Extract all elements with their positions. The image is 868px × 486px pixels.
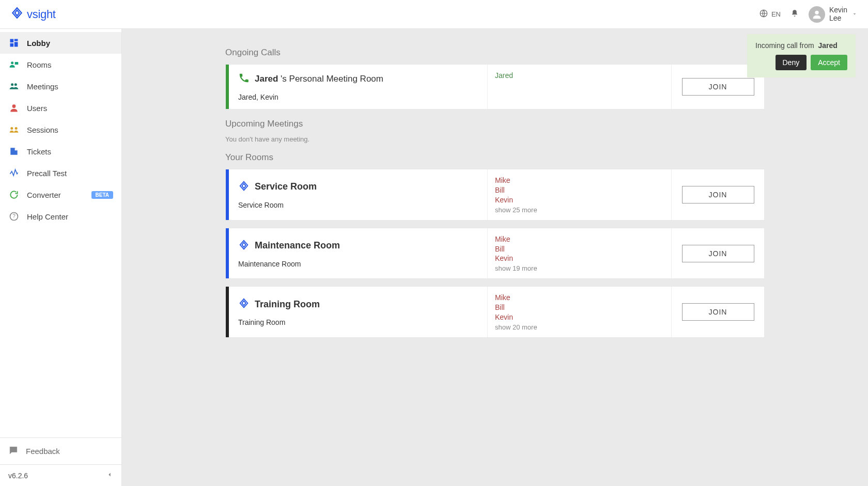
sidebar-item-label: Converter <box>27 191 61 199</box>
help-icon: ? <box>8 211 20 222</box>
sidebar: Lobby Rooms Meetings Users Sessions Tick… <box>0 29 122 486</box>
deny-button[interactable]: Deny <box>776 55 807 70</box>
card-title-row: Jared 's Personal Meeting Room <box>238 72 478 86</box>
card-title-column: Maintenance Room Maintenance Room <box>229 228 487 279</box>
svg-rect-4 <box>14 42 18 46</box>
topbar-right: EN Kevin Lee <box>759 6 858 23</box>
participant-name: Mike <box>495 293 664 303</box>
toast-actions: Deny Accept <box>755 55 847 70</box>
room-subtitle: Training Room <box>238 318 478 326</box>
card-action-column: JOIN <box>671 287 764 337</box>
card-people-column: Jared <box>487 65 671 109</box>
join-button[interactable]: JOIN <box>682 78 754 96</box>
room-name: Service Room <box>255 181 317 192</box>
sidebar-item-label: Lobby <box>27 39 50 48</box>
incoming-call-toast: Incoming call from Jared Deny Accept <box>747 34 856 77</box>
sidebar-item-label: Help Center <box>27 212 68 221</box>
room-subtitle: Maintenance Room <box>238 260 478 268</box>
globe-icon <box>759 9 768 20</box>
join-button[interactable]: JOIN <box>682 186 754 203</box>
meetings-icon <box>8 81 20 92</box>
language-code: EN <box>771 10 781 18</box>
sidebar-footer: Feedback v6.2.6 <box>0 437 121 486</box>
section-title-ongoing: Ongoing Calls <box>225 48 765 58</box>
user-icon <box>8 102 20 114</box>
sidebar-item-precall[interactable]: Precall Test <box>0 162 121 184</box>
join-button[interactable]: JOIN <box>682 245 754 262</box>
sidebar-item-meetings[interactable]: Meetings <box>0 75 121 97</box>
main-content: Ongoing Calls Jared 's Personal Meeting … <box>122 29 868 486</box>
svg-rect-7 <box>15 62 19 65</box>
room-card: Service Room Service Room Mike Bill Kevi… <box>225 169 765 221</box>
sidebar-item-feedback[interactable]: Feedback <box>0 438 121 464</box>
card-action-column: JOIN <box>671 228 764 279</box>
feedback-icon <box>8 445 19 457</box>
svg-rect-5 <box>10 43 14 47</box>
sidebar-item-label: Users <box>27 104 47 113</box>
card-people-column: Mike Bill Kevin show 19 more <box>487 228 671 279</box>
section-title-rooms: Your Rooms <box>225 152 765 163</box>
participant-name: Mike <box>495 176 664 185</box>
svg-point-8 <box>11 83 13 86</box>
svg-point-12 <box>15 127 18 130</box>
brand-logo-icon <box>10 6 24 23</box>
dashboard-icon <box>8 37 20 49</box>
sidebar-item-label: Sessions <box>27 126 58 134</box>
sidebar-item-rooms[interactable]: Rooms <box>0 54 121 75</box>
user-name: Kevin Lee <box>829 6 847 22</box>
show-more-link[interactable]: show 19 more <box>495 264 664 272</box>
sidebar-item-converter[interactable]: Converter BETA <box>0 184 121 206</box>
participant-name: Bill <box>495 244 664 254</box>
join-button[interactable]: JOIN <box>682 303 754 321</box>
upcoming-empty-note: You don't have any meeting. <box>225 135 765 143</box>
notifications-icon[interactable] <box>790 9 799 20</box>
svg-rect-3 <box>14 39 18 41</box>
wave-icon <box>8 167 20 179</box>
svg-point-10 <box>12 104 16 108</box>
phone-icon <box>238 72 250 86</box>
beta-badge: BETA <box>91 191 113 199</box>
sidebar-item-tickets[interactable]: Tickets <box>0 140 121 162</box>
brand[interactable]: vsight <box>10 6 56 23</box>
sidebar-item-sessions[interactable]: Sessions <box>0 119 121 140</box>
sidebar-item-label: Rooms <box>27 60 52 69</box>
participant-name: Kevin <box>495 312 664 322</box>
sidebar-item-help[interactable]: ? Help Center <box>0 206 121 227</box>
toast-text: Incoming call from Jared <box>755 41 847 50</box>
sidebar-item-label: Feedback <box>26 447 60 456</box>
sidebar-item-lobby[interactable]: Lobby <box>0 32 121 54</box>
room-name: Maintenance Room <box>255 240 340 251</box>
version-label: v6.2.6 <box>8 472 28 480</box>
card-title-column: Jared 's Personal Meeting Room Jared, Ke… <box>229 65 487 109</box>
sidebar-item-users[interactable]: Users <box>0 97 121 119</box>
sidebar-item-label: Precall Test <box>27 169 67 178</box>
sessions-icon <box>8 124 20 135</box>
ongoing-call-card: Jared 's Personal Meeting Room Jared, Ke… <box>225 64 765 109</box>
show-more-link[interactable]: show 25 more <box>495 206 664 214</box>
room-card: Maintenance Room Maintenance Room Mike B… <box>225 228 765 279</box>
accept-button[interactable]: Accept <box>811 55 847 70</box>
room-card: Training Room Training Room Mike Bill Ke… <box>225 286 765 338</box>
participant-name: Kevin <box>495 254 664 263</box>
ticket-icon <box>8 146 20 157</box>
svg-rect-2 <box>10 39 14 43</box>
ongoing-title: Jared 's Personal Meeting Room <box>255 74 383 84</box>
chevron-down-icon <box>851 10 858 19</box>
participant-name: Jared <box>495 71 664 81</box>
room-subtitle: Service Room <box>238 201 478 209</box>
show-more-link[interactable]: show 20 more <box>495 323 664 331</box>
svg-point-9 <box>14 83 17 86</box>
room-logo-icon <box>238 180 250 194</box>
room-icon <box>8 59 20 70</box>
avatar <box>809 6 825 23</box>
user-menu[interactable]: Kevin Lee <box>809 6 858 23</box>
card-action-column: JOIN <box>671 169 764 220</box>
participant-name: Kevin <box>495 195 664 205</box>
language-switcher[interactable]: EN <box>759 9 781 20</box>
topbar: vsight EN Kevin Lee <box>0 0 868 29</box>
sidebar-item-label: Meetings <box>27 82 58 91</box>
collapse-sidebar-icon[interactable] <box>106 471 113 480</box>
svg-point-6 <box>11 61 13 64</box>
version-row: v6.2.6 <box>0 464 121 486</box>
room-name: Training Room <box>255 299 320 310</box>
